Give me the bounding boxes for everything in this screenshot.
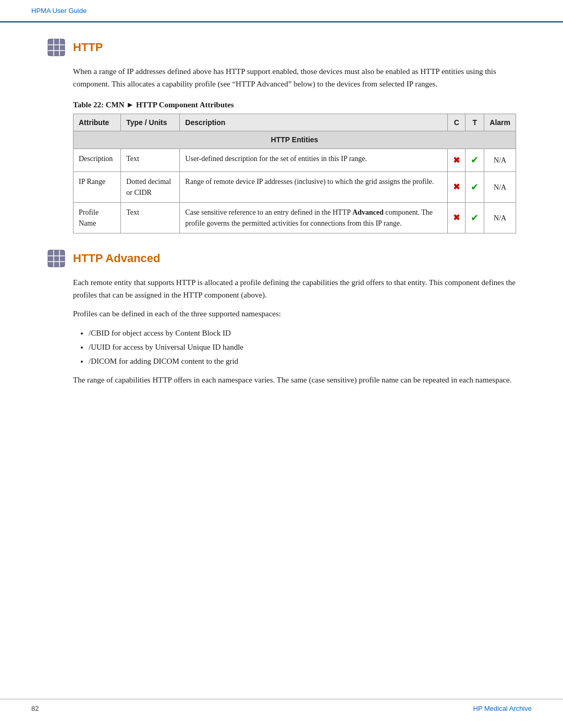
row-description: Case sensitive reference to an entry def… [180,203,448,233]
row-description: Range of remote device IP addresses (inc… [180,172,448,203]
http-section-title: HTTP [73,41,103,54]
row-type: Dotted decimal or CIDR [121,172,180,203]
footer-brand: HP Medical Archive [473,705,532,712]
row-type: Text [121,149,180,172]
list-item: /CBID for object access by Content Block… [89,326,516,340]
http-attributes-table: Attribute Type / Units Description C T A… [73,114,516,233]
content-area: HTTP When a range of IP addresses define… [0,22,563,434]
http-section-header: HTTP [47,38,516,57]
cross-icon: ✖ [453,213,460,222]
check-icon: ✔ [471,182,479,192]
breadcrumb-link[interactable]: HPMA User Guide [31,7,87,15]
row-c: ✖ [448,203,466,233]
http-advanced-para1: Each remote entity that supports HTTP is… [73,276,516,301]
row-t: ✔ [466,149,484,172]
row-t: ✔ [466,172,484,203]
table-row: Description Text User-defined descriptio… [74,149,516,172]
svg-rect-0 [48,39,65,56]
row-c: ✖ [448,172,466,203]
page-container: HPMA User Guide HTTP When a range of IP … [0,0,563,728]
list-item: /UUID for access by Universal Unique ID … [89,340,516,354]
row-alarm: N/A [484,203,516,233]
http-advanced-section-header: HTTP Advanced [47,249,516,268]
col-header-alarm: Alarm [484,114,516,131]
table-row: IP Range Dotted decimal or CIDR Range of… [74,172,516,203]
group-header-label: HTTP Entities [74,131,516,149]
row-alarm: N/A [484,149,516,172]
check-icon: ✔ [471,155,479,165]
row-attribute: Description [74,149,121,172]
col-header-c: C [448,114,466,131]
check-icon: ✔ [471,213,479,223]
table-row: Profile Name Text Case sensitive referen… [74,203,516,233]
http-section-body: When a range of IP addresses defined abo… [73,65,516,233]
list-item: /DICOM for adding DICOM content to the g… [89,354,516,368]
http-advanced-para3: The range of capabilities HTTP offers in… [73,374,516,386]
http-intro-text: When a range of IP addresses defined abo… [73,65,516,90]
row-type: Text [121,203,180,233]
col-header-t: T [466,114,484,131]
row-alarm: N/A [484,172,516,203]
row-description: User-defined description for the set of … [180,149,448,172]
col-header-type: Type / Units [121,114,180,131]
group-header-row: HTTP Entities [74,131,516,149]
svg-rect-5 [48,250,65,267]
row-attribute: IP Range [74,172,121,203]
http-advanced-section-body: Each remote entity that supports HTTP is… [73,276,516,386]
cross-icon: ✖ [453,182,460,191]
page-number: 82 [31,705,39,712]
top-bar: HPMA User Guide [0,0,563,22]
cross-icon: ✖ [453,156,460,165]
http-advanced-section-title: HTTP Advanced [73,252,160,265]
col-header-description: Description [180,114,448,131]
page-footer: 82 HP Medical Archive [0,699,563,712]
http-advanced-para2: Profiles can be defined in each of the t… [73,307,516,320]
row-c: ✖ [448,149,466,172]
http-advanced-grid-icon [47,249,66,268]
namespace-list: /CBID for object access by Content Block… [89,326,516,368]
row-t: ✔ [466,203,484,233]
col-header-attribute: Attribute [74,114,121,131]
table-caption: Table 22: CMN ► HTTP Component Attribute… [73,101,516,109]
http-grid-icon [47,38,66,57]
row-attribute: Profile Name [74,203,121,233]
